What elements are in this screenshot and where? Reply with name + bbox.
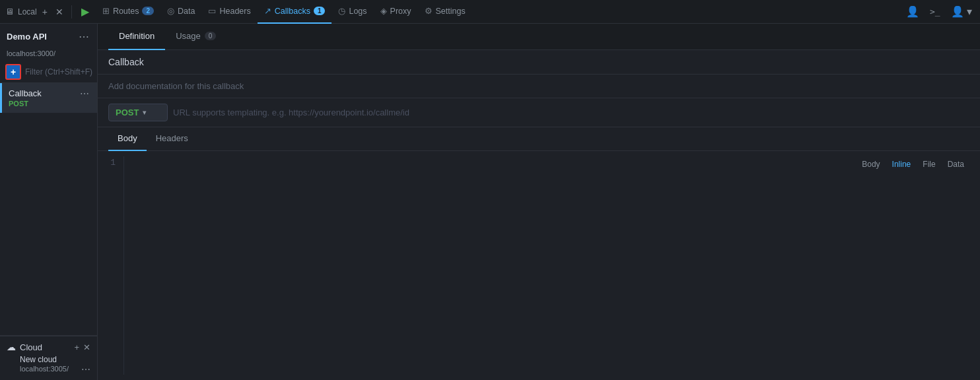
nav-item-label-callbacks: Callbacks bbox=[275, 7, 310, 16]
cloud-label: Cloud bbox=[20, 342, 70, 352]
settings-nav-icon: ⚙ bbox=[425, 6, 433, 16]
topbar: 🖥 Local + ✕ ▶ ⊞Routes2◎Data▭Headers↗Call… bbox=[0, 0, 980, 24]
nav-badge-callbacks: 1 bbox=[314, 7, 326, 15]
content-tabs: DefinitionUsage0 bbox=[98, 24, 980, 50]
callback-item-more-button[interactable]: ⋯ bbox=[79, 88, 90, 99]
callback-item-method: POST bbox=[9, 100, 79, 108]
routes-nav-icon: ⊞ bbox=[102, 6, 110, 16]
editor-area: BodyInlineFileData 1 bbox=[98, 151, 980, 380]
add-workspace-button[interactable]: + bbox=[40, 6, 50, 18]
code-editor[interactable]: 1 bbox=[98, 151, 980, 380]
body-format-toggle: BodyInlineFileData bbox=[857, 158, 969, 171]
callback-item-name: Callback bbox=[9, 88, 79, 98]
nav-item-label-proxy: Proxy bbox=[390, 7, 411, 16]
callback-list-item[interactable]: CallbackPOST⋯ bbox=[0, 83, 97, 113]
nav-item-label-logs: Logs bbox=[349, 7, 367, 16]
body-tab-headers[interactable]: Headers bbox=[147, 127, 197, 151]
nav-item-label-headers: Headers bbox=[219, 7, 250, 16]
workspace-name: Demo API bbox=[7, 32, 73, 42]
callback-title: Callback bbox=[108, 57, 144, 67]
main-area: Demo API ⋯ localhost:3000/ + CallbackPOS… bbox=[0, 24, 980, 380]
url-input[interactable] bbox=[173, 108, 969, 117]
data-nav-icon: ◎ bbox=[167, 6, 174, 16]
nav-badge-routes: 2 bbox=[142, 7, 154, 15]
new-cloud-url: localhost:3005/ bbox=[7, 365, 81, 374]
format-button-file[interactable]: File bbox=[917, 158, 940, 171]
method-label: POST bbox=[116, 108, 139, 117]
nav-item-settings[interactable]: ⚙Settings bbox=[418, 0, 472, 24]
code-content bbox=[124, 156, 980, 375]
account-button[interactable]: 👤 ▾ bbox=[948, 3, 975, 20]
chevron-down-icon: ▾ bbox=[143, 109, 146, 116]
body-header-tabs: BodyHeaders bbox=[98, 127, 980, 151]
nav-bar: ⊞Routes2◎Data▭Headers↗Callbacks1◷Logs◈Pr… bbox=[96, 0, 472, 24]
monitor-icon: 🖥 bbox=[5, 7, 14, 16]
line-number-1: 1 bbox=[106, 156, 116, 170]
cloud-close-button[interactable]: ✕ bbox=[83, 342, 90, 352]
doc-placeholder[interactable]: Add documentation for this callback bbox=[98, 75, 980, 98]
cloud-icon: ☁ bbox=[7, 342, 16, 352]
line-numbers: 1 bbox=[98, 156, 124, 375]
run-button[interactable]: ▶ bbox=[77, 4, 93, 19]
callbacks-nav-icon: ↗ bbox=[264, 6, 271, 16]
content-tab-usage[interactable]: Usage0 bbox=[165, 24, 227, 50]
logs-nav-icon: ◷ bbox=[338, 6, 345, 16]
cloud-add-button[interactable]: + bbox=[74, 342, 79, 352]
workspace-header[interactable]: Demo API ⋯ bbox=[0, 24, 97, 49]
callback-title-bar: Callback bbox=[98, 50, 980, 75]
proxy-nav-icon: ◈ bbox=[380, 6, 387, 16]
nav-item-logs[interactable]: ◷Logs bbox=[332, 0, 373, 24]
cloud-section: ☁ Cloud + ✕ New cloud localhost:3005/ ⋯ bbox=[0, 336, 97, 380]
body-tab-body[interactable]: Body bbox=[108, 127, 147, 151]
content-tab-label-definition: Definition bbox=[119, 31, 155, 41]
format-button-body[interactable]: Body bbox=[857, 158, 885, 171]
nav-item-data[interactable]: ◎Data bbox=[160, 0, 201, 24]
body-tab-list: BodyHeaders bbox=[108, 127, 197, 151]
format-button-inline[interactable]: Inline bbox=[887, 158, 917, 171]
local-label: Local bbox=[18, 7, 37, 16]
content-tab-list: DefinitionUsage0 bbox=[108, 24, 227, 50]
nav-item-callbacks[interactable]: ↗Callbacks1 bbox=[258, 0, 332, 24]
workspace-indicator: 🖥 Local bbox=[5, 7, 37, 16]
nav-item-label-data: Data bbox=[178, 7, 195, 16]
filter-bar: + bbox=[0, 61, 97, 83]
nav-item-routes[interactable]: ⊞Routes2 bbox=[96, 0, 160, 24]
sidebar: Demo API ⋯ localhost:3000/ + CallbackPOS… bbox=[0, 24, 98, 380]
nav-divider bbox=[71, 5, 72, 18]
nav-item-headers[interactable]: ▭Headers bbox=[201, 0, 257, 24]
headers-nav-icon: ▭ bbox=[208, 6, 216, 16]
content-tab-definition[interactable]: Definition bbox=[108, 24, 165, 50]
callback-list: CallbackPOST⋯ bbox=[0, 83, 97, 113]
close-workspace-button[interactable]: ✕ bbox=[53, 6, 66, 18]
workspace-more-button[interactable]: ⋯ bbox=[77, 29, 90, 44]
cloud-section-more-button[interactable]: ⋯ bbox=[81, 364, 90, 375]
cloud-header: ☁ Cloud + ✕ bbox=[7, 342, 90, 352]
nav-item-label-routes: Routes bbox=[113, 7, 139, 16]
workspace-url: localhost:3000/ bbox=[0, 49, 97, 61]
workspace-section: Demo API ⋯ localhost:3000/ + CallbackPOS… bbox=[0, 24, 97, 336]
format-button-data[interactable]: Data bbox=[942, 158, 969, 171]
code-line-1 bbox=[135, 156, 969, 170]
new-cloud-name: New cloud bbox=[7, 352, 90, 364]
nav-item-label-settings: Settings bbox=[436, 7, 466, 16]
content-tab-badge-usage: 0 bbox=[205, 32, 217, 40]
content-tab-label-usage: Usage bbox=[176, 31, 201, 41]
method-url-bar: POST ▾ bbox=[98, 98, 980, 127]
content-panel: DefinitionUsage0 Callback Add documentat… bbox=[98, 24, 980, 380]
user-icon-button[interactable]: 👤 bbox=[903, 3, 922, 20]
nav-item-proxy[interactable]: ◈Proxy bbox=[374, 0, 418, 24]
method-select[interactable]: POST ▾ bbox=[108, 104, 168, 121]
topbar-right-actions: 👤 >_ 👤 ▾ bbox=[903, 3, 975, 20]
terminal-button[interactable]: >_ bbox=[927, 4, 943, 19]
add-callback-button[interactable]: + bbox=[5, 64, 21, 80]
